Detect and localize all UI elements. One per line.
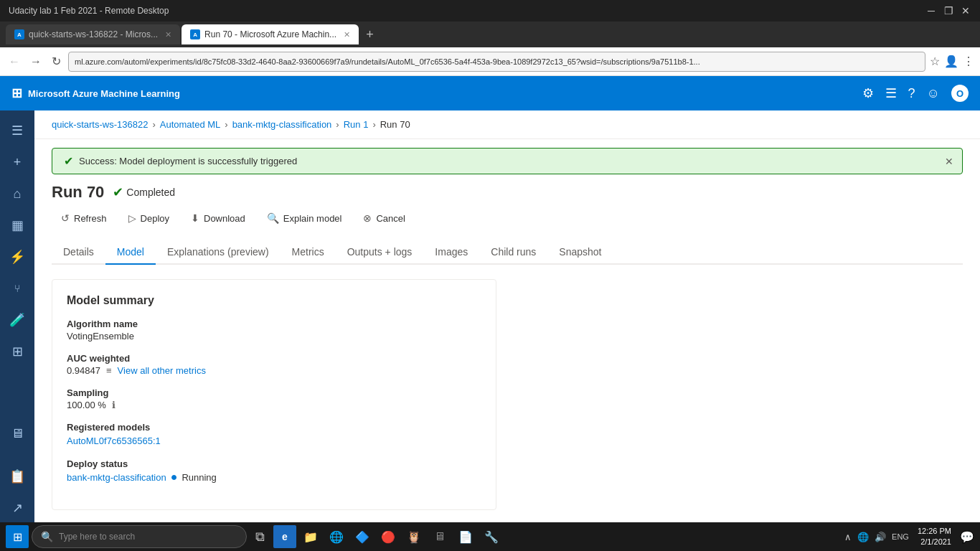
taskbar-app5-icon[interactable]: 🔴 xyxy=(377,525,400,548)
run-header: Run 70 ✔ Completed xyxy=(52,183,963,202)
taskbar-app9-icon[interactable]: 🔧 xyxy=(480,525,503,548)
taskbar-explorer-icon[interactable]: 📁 xyxy=(299,525,322,548)
sampling-info-icon[interactable]: ℹ xyxy=(112,400,116,410)
chrome-icon: 🌐 xyxy=(329,530,344,544)
minimize-button[interactable]: ─ xyxy=(925,5,937,17)
tab-metrics[interactable]: Metrics xyxy=(281,240,336,265)
content-area: quick-starts-ws-136822 › Automated ML › … xyxy=(34,110,980,522)
taskbar: ⊞ 🔍 Type here to search ⧉ e 📁 🌐 🔷 🔴 🦉 🖥 … xyxy=(0,522,980,551)
start-button[interactable]: ⊞ xyxy=(6,525,29,548)
browser-tab-1[interactable]: A quick-starts-ws-136822 - Micros... ✕ xyxy=(6,24,180,44)
sidebar-item-external[interactable]: ↗ xyxy=(3,494,32,522)
tray-expand[interactable]: ∧ xyxy=(844,532,852,542)
tab-details[interactable]: Details xyxy=(52,240,105,265)
sidebar-item-dashboard[interactable]: ▦ xyxy=(3,211,32,240)
success-icon: ✔ xyxy=(64,154,73,168)
tab-label-1: quick-starts-ws-136822 - Micros... xyxy=(29,29,158,39)
cancel-button[interactable]: ⊗ Cancel xyxy=(354,207,414,229)
windows-icon: ⊞ xyxy=(13,530,22,544)
close-button[interactable]: ✕ xyxy=(960,5,971,17)
profile-icon[interactable]: 👤 xyxy=(944,55,958,68)
restore-button[interactable]: ❐ xyxy=(943,5,954,17)
tab-close-1[interactable]: ✕ xyxy=(165,30,171,39)
browser-tab-2[interactable]: A Run 70 - Microsoft Azure Machin... ✕ xyxy=(182,24,359,44)
registered-models-section: Registered models AutoML0f7c6536565:1 xyxy=(67,422,481,447)
sidebar-item-tree[interactable]: ⑂ xyxy=(3,274,32,303)
address-text: ml.azure.com/automl/experiments/id/8c75f… xyxy=(75,57,700,66)
tab-model[interactable]: Model xyxy=(105,240,156,265)
sidebar-item-add[interactable]: + xyxy=(3,148,32,176)
taskbar-app7-icon[interactable]: 🖥 xyxy=(428,525,451,548)
app8-icon: 📄 xyxy=(458,530,473,544)
card-title: Model summary xyxy=(67,294,481,307)
refresh-button[interactable]: ↺ Refresh xyxy=(52,207,116,229)
sidebar-item-lab[interactable]: 🧪 xyxy=(3,306,32,334)
reload-button[interactable]: ↻ xyxy=(49,52,64,71)
new-tab-button[interactable]: + xyxy=(360,27,380,42)
taskbar-ie-icon[interactable]: e xyxy=(273,525,296,548)
network-icon[interactable]: 🌐 xyxy=(857,532,869,542)
task-view-icon[interactable]: ⧉ xyxy=(250,529,270,545)
tab-child-runs[interactable]: Child runs xyxy=(479,240,547,265)
taskbar-app4-icon[interactable]: 🔷 xyxy=(351,525,374,548)
download-button[interactable]: ⬇ Download xyxy=(182,207,255,229)
sampling-value: 100.00 % xyxy=(67,400,106,410)
tab-images[interactable]: Images xyxy=(423,240,479,265)
sidebar-item-home[interactable]: ⌂ xyxy=(3,179,32,208)
feedback-icon[interactable]: ☺ xyxy=(927,86,940,101)
model-summary-card: Model summary Algorithm name VotingEnsem… xyxy=(52,279,496,510)
taskbar-app8-icon[interactable]: 📄 xyxy=(454,525,477,548)
view-metrics-link[interactable]: View all other metrics xyxy=(118,365,206,376)
breadcrumb-run1[interactable]: Run 1 xyxy=(344,119,369,130)
sidebar-item-pipeline[interactable]: ⊞ xyxy=(3,337,32,366)
sidebar-item-cloud[interactable]: 🖥 xyxy=(3,419,32,448)
notification-icon[interactable]: 💬 xyxy=(960,530,974,544)
user-avatar[interactable]: O xyxy=(951,85,969,102)
breadcrumb-workspace[interactable]: quick-starts-ws-136822 xyxy=(52,119,148,130)
sidebar-item-menu[interactable]: ☰ xyxy=(3,116,32,145)
help-icon[interactable]: ? xyxy=(908,86,915,101)
tab-label-2: Run 70 - Microsoft Azure Machin... xyxy=(204,29,336,39)
refresh-label: Refresh xyxy=(74,213,107,224)
deploy-status-section: Deploy status bank-mktg-classification ●… xyxy=(67,458,481,484)
breadcrumb-experiment[interactable]: bank-mktg-classification xyxy=(232,119,332,130)
address-bar[interactable]: ml.azure.com/automl/experiments/id/8c75f… xyxy=(68,52,925,72)
sidebar-item-docs[interactable]: 📋 xyxy=(3,462,32,491)
folder-icon: 📁 xyxy=(303,530,318,544)
forward-button[interactable]: → xyxy=(27,52,44,71)
tab-snapshot[interactable]: Snapshot xyxy=(547,240,613,265)
success-close-button[interactable]: ✕ xyxy=(945,156,953,167)
explain-model-button[interactable]: 🔍 Explain model xyxy=(258,207,352,229)
taskbar-search[interactable]: 🔍 Type here to search xyxy=(32,525,247,548)
cancel-label: Cancel xyxy=(376,213,405,224)
app5-icon: 🔴 xyxy=(381,530,395,544)
auc-section: AUC weighted 0.94847 ≡ View all other me… xyxy=(67,353,481,376)
back-button[interactable]: ← xyxy=(6,52,23,71)
tab-favicon-2: A xyxy=(190,29,200,39)
tab-explanations[interactable]: Explanations (preview) xyxy=(156,240,281,265)
success-banner: ✔ Success: Model deployment is successfu… xyxy=(52,148,963,174)
tab-outputs[interactable]: Outputs + logs xyxy=(336,240,424,265)
deploy-label: Deploy xyxy=(141,213,169,224)
registered-models-link[interactable]: AutoML0f7c6536565:1 xyxy=(67,435,161,446)
settings-icon[interactable]: ⚙ xyxy=(862,85,874,101)
deploy-status-link[interactable]: bank-mktg-classification xyxy=(67,472,166,483)
taskbar-app6-icon[interactable]: 🦉 xyxy=(402,525,425,548)
taskbar-chrome-icon[interactable]: 🌐 xyxy=(325,525,348,548)
layout-icon[interactable]: ☰ xyxy=(885,85,897,101)
more-options-icon[interactable]: ⋮ xyxy=(963,55,974,68)
azure-app-name: Microsoft Azure Machine Learning xyxy=(28,88,180,99)
sidebar-item-jobs[interactable]: ⚡ xyxy=(3,242,32,271)
taskbar-clock: 12:26 PM 2/1/2021 xyxy=(918,526,951,548)
deploy-button[interactable]: ▷ Deploy xyxy=(119,207,179,229)
language-label[interactable]: ENG xyxy=(892,532,909,541)
breadcrumb-automl[interactable]: Automated ML xyxy=(160,119,221,130)
bookmark-icon[interactable]: ☆ xyxy=(930,55,940,68)
deploy-status-label: Deploy status xyxy=(67,458,481,469)
taskbar-search-placeholder: Type here to search xyxy=(59,532,135,542)
app6-icon: 🦉 xyxy=(407,530,421,544)
taskbar-time-value: 12:26 PM xyxy=(918,526,951,537)
auc-value: 0.94847 xyxy=(67,365,100,376)
tab-close-2[interactable]: ✕ xyxy=(344,30,350,39)
volume-icon[interactable]: 🔊 xyxy=(875,532,886,542)
